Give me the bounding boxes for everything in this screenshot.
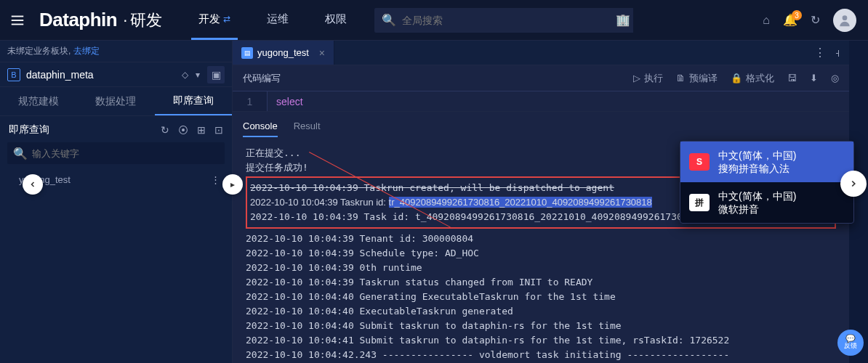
refresh-icon[interactable]: ↻ [811,13,820,27]
brand-logo: Dataphin [35,9,120,31]
sogou-icon: S [689,153,710,171]
new-folder-icon[interactable]: ⊡ [214,124,223,136]
app-header: Dataphin · 研发 开发⇄ 运维 权限 🔍 🏢 ⌂ 🔔3 ↻ [0,0,868,41]
brand-sub: 研发 [130,9,162,31]
format-button[interactable]: 🔒格式化 [731,72,774,85]
locate-icon[interactable]: ◎ [831,73,839,83]
selected-text: tr_4092089499261730816_20221010_40920894… [389,197,652,208]
bell-icon[interactable]: 🔔3 [783,13,797,27]
sql-file-icon: ▤ [241,47,253,59]
log-line: 2022-10-10 10:04:39 Tenant id: 300000804 [246,232,836,246]
code-text: select [276,96,303,107]
log-line: 2022-10-10 10:04:39 0th runtime [246,261,836,275]
header-tools: ⌂ 🔔3 ↻ [763,9,868,32]
building-icon[interactable]: 🏢 [613,8,633,33]
log-line: 2022-10-10 10:04:42.243 ----------------… [246,348,836,362]
sidebar-tabs: 规范建模 数据处理 即席查询 [0,87,232,116]
more-dots-icon[interactable]: ⋮ [814,46,826,60]
download-icon[interactable]: ⬇ [810,73,818,83]
nav-ops[interactable]: 运维 [260,0,296,40]
console-tab[interactable]: Console [243,116,278,137]
diamond-icon[interactable]: ◇ [182,70,188,80]
ime-label: 中文(简体，中国)微软拼音 [718,189,796,216]
global-search[interactable]: 🔍 [374,8,614,33]
chat-icon: 💬 [845,335,856,341]
doc-icon: 🗎 [676,73,686,83]
log-line: 2022-10-10 10:04:41 Submit taskrun to da… [246,333,836,348]
save-icon[interactable]: 🖫 [787,73,797,83]
close-tab-icon[interactable]: × [319,47,325,59]
section-title: 即席查询 [9,123,152,136]
layout-icon[interactable]: ⫞ [835,46,840,60]
chevron-down-icon[interactable]: ▾ [196,70,200,80]
toolbar-label: 代码编写 [243,72,281,85]
db-name: dataphin_meta [26,69,94,81]
line-number: 1 [233,91,268,111]
file-tabs: ▤ yugong_test × ⋮ ⫞ [233,41,849,65]
preview-button[interactable]: 🗎预编译 [676,72,718,85]
file-tab[interactable]: ▤ yugong_test × [233,41,334,65]
ime-next-button[interactable] [840,171,867,197]
locate-icon[interactable]: ⦿ [178,124,188,136]
nav-dev[interactable]: 开发⇄ [191,0,238,40]
feedback-button[interactable]: 💬 反馈 [837,330,864,356]
code-toolbar: 代码编写 ▷执行 🗎预编译 🔒格式化 🖫 ⬇ ◎ [233,65,849,91]
ime-label: 中文(简体，中国)搜狗拼音输入法 [718,149,796,175]
unbound-banner: 未绑定业务板块, 去绑定 [0,41,232,62]
search-icon: 🔍 [382,13,396,27]
swap-icon: ⇄ [223,14,230,24]
tab-model[interactable]: 规范建模 [0,87,77,115]
more-icon[interactable]: ⋮ [211,174,222,185]
refresh-tree-icon[interactable]: ↻ [161,124,169,136]
sidebar-search[interactable]: 🔍 [7,142,225,164]
brand-separator: · [120,11,130,30]
ime-option-sogou[interactable]: S 中文(简体，中国)搜狗拼音输入法 [680,142,853,182]
file-tab-label: yugong_test [257,47,309,58]
add-db-button[interactable]: ▣ [207,66,225,83]
console-tabs: Console Result [233,112,849,137]
tree-search-input[interactable] [32,148,219,159]
result-tab[interactable]: Result [294,116,321,137]
nav-perm[interactable]: 权限 [318,0,354,40]
top-nav: 开发⇄ 运维 权限 [191,0,354,40]
global-search-input[interactable] [402,15,607,26]
tab-tools: ⋮ ⫞ [805,41,849,65]
new-file-icon[interactable]: ⊞ [197,124,206,136]
db-badge: B [7,68,20,81]
run-button[interactable]: ▷执行 [633,72,663,85]
log-line: 2022-10-10 10:04:39 Schedule type: AD_HO… [246,246,836,261]
next-page-button[interactable]: ▸ [222,174,243,195]
log-line: 2022-10-10 10:04:39 Taskrun status chang… [246,275,836,290]
log-line: 2022-10-10 10:04:40 Submit taskrun to da… [246,319,836,333]
bind-link[interactable]: 去绑定 [73,45,100,57]
db-selector[interactable]: B dataphin_meta ◇ ▾ ▣ [0,62,232,87]
search-icon: 🔍 [13,147,28,160]
tab-adhoc[interactable]: 即席查询 [155,87,232,115]
ms-pinyin-icon: 拼 [689,194,710,211]
ime-option-microsoft[interactable]: 拼 中文(简体，中国)微软拼音 [680,182,853,223]
avatar[interactable] [833,9,856,32]
prev-page-button[interactable] [23,174,43,195]
play-icon: ▷ [633,73,640,83]
log-line: 2022-10-10 10:04:40 ExecutableTaskrun ge… [246,304,836,319]
section-header: 即席查询 ↻ ⦿ ⊞ ⊡ [0,116,232,142]
menu-button[interactable] [0,0,35,41]
lock-icon: 🔒 [731,73,742,83]
svg-point-3 [843,15,848,20]
log-line: 2022-10-10 10:04:40 Generating Executabl… [246,290,836,304]
code-editor[interactable]: 1 select [233,91,849,112]
sidebar: 未绑定业务板块, 去绑定 B dataphin_meta ◇ ▾ ▣ 规范建模 … [0,41,233,363]
home-icon[interactable]: ⌂ [763,14,770,27]
unbound-text: 未绑定业务板块, [7,45,71,57]
notification-badge: 3 [792,10,802,20]
tab-process[interactable]: 数据处理 [77,87,154,115]
ime-switcher[interactable]: S 中文(简体，中国)搜狗拼音输入法 拼 中文(简体，中国)微软拼音 [680,141,854,224]
